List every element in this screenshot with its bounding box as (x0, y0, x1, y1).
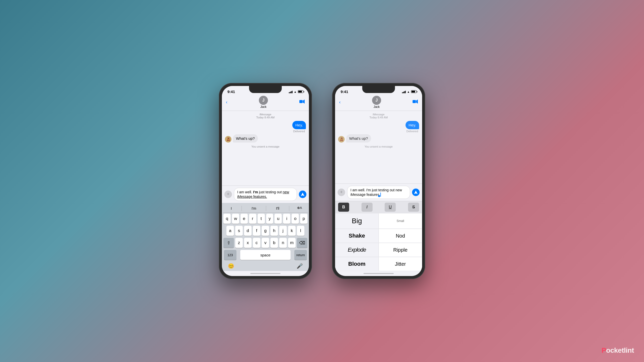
key-r[interactable]: r (249, 214, 256, 224)
watermark: Pocketlint (601, 346, 634, 354)
mic-button-left[interactable]: 🎤 (297, 263, 303, 269)
key-v[interactable]: v (262, 238, 269, 248)
chat-area-right: iMessage Today 8:49 AM Hey. Delivered 🧸 … (335, 111, 422, 184)
suggestion-ill[interactable]: I'll (274, 206, 281, 211)
key-b[interactable]: b (270, 238, 278, 248)
key-z[interactable]: z (235, 238, 243, 248)
effect-explode[interactable]: Explode (335, 243, 379, 257)
effect-nod[interactable]: Nod (379, 229, 422, 243)
key-n[interactable]: n (279, 238, 287, 248)
italic-button[interactable]: I (361, 203, 373, 212)
key-shift[interactable]: ⇧ (223, 238, 234, 248)
svg-marker-1 (303, 100, 305, 104)
unsent-label-left: You unsent a message (225, 145, 306, 148)
video-button-left[interactable] (299, 100, 305, 105)
key-w[interactable]: w (232, 214, 239, 224)
plus-button-left[interactable]: + (224, 191, 232, 198)
format-toggle[interactable]: ⊕A (297, 206, 302, 211)
key-s[interactable]: s (235, 226, 243, 236)
mini-avatar-left: 🧸 (225, 136, 231, 143)
battery-icon-left (298, 90, 303, 93)
key-l[interactable]: l (297, 226, 304, 236)
suggestion-im[interactable]: I'm (250, 206, 258, 211)
plus-button-right[interactable]: + (338, 189, 345, 196)
key-a[interactable]: a (226, 226, 234, 236)
emoji-button-left[interactable]: 😊 (228, 263, 234, 269)
effect-shake[interactable]: Shake (335, 229, 379, 243)
key-f[interactable]: f (253, 226, 260, 236)
key-p[interactable]: p (300, 214, 307, 224)
watermark-text: ocketlint (606, 346, 634, 354)
home-indicator-left (222, 271, 309, 276)
svg-marker-3 (416, 100, 418, 104)
suggestion-i[interactable]: I (229, 206, 234, 211)
avatar-right[interactable]: J (372, 96, 381, 105)
effect-jitter[interactable]: Jitter (379, 257, 422, 271)
back-button-left[interactable]: ‹ (226, 100, 227, 105)
key-c[interactable]: c (253, 238, 260, 248)
chat-header-left: ‹ J Jack (222, 95, 309, 111)
underline-button[interactable]: U (385, 203, 396, 212)
effect-big[interactable]: Big (335, 213, 379, 229)
send-button-left[interactable] (299, 191, 306, 198)
strikethrough-button[interactable]: S (408, 203, 419, 212)
unsent-label-right: You unsent a message (338, 145, 419, 148)
bold-button[interactable]: B (338, 203, 349, 212)
signal-icon-right (402, 90, 406, 93)
contact-name-right[interactable]: Jack (374, 105, 380, 109)
status-icons-right: ▲ (402, 90, 417, 93)
effects-grid-right: Big Small Shake Nod Explode Ripple Bloom… (335, 213, 422, 271)
key-d[interactable]: d (244, 226, 252, 236)
svg-rect-0 (299, 100, 303, 103)
key-m[interactable]: m (288, 238, 296, 248)
keyboard-left[interactable]: I I'm I'll ⊕A q w e r t y u i o (222, 203, 309, 271)
format-toolbar-right: B I U S (335, 201, 422, 213)
key-o[interactable]: o (292, 214, 299, 224)
key-return[interactable]: return (294, 250, 307, 260)
video-button-right[interactable] (413, 100, 418, 105)
key-space[interactable]: space (240, 250, 291, 260)
effect-small[interactable]: Small (379, 213, 422, 229)
svg-rect-2 (413, 100, 416, 103)
key-e[interactable]: e (240, 214, 248, 224)
key-i[interactable]: i (283, 214, 290, 224)
message-input-right[interactable]: I am well. I'm just testing out new iMes… (347, 186, 410, 199)
key-u[interactable]: u (274, 214, 282, 224)
message-input-left[interactable]: I am well. I'm just testing out new iMes… (234, 188, 297, 201)
key-k[interactable]: k (288, 226, 296, 236)
key-h[interactable]: h (270, 226, 278, 236)
status-icons-left: ▲ (289, 90, 303, 93)
key-t[interactable]: t (258, 214, 265, 224)
effect-ripple[interactable]: Ripple (379, 243, 422, 257)
key-delete[interactable]: ⌫ (297, 238, 307, 248)
wifi-icon-right: ▲ (407, 90, 410, 93)
send-button-right[interactable] (412, 189, 420, 196)
right-phone: 9:41 ▲ ‹ J Jack (332, 83, 425, 279)
key-g[interactable]: g (262, 226, 269, 236)
back-button-right[interactable]: ‹ (339, 100, 341, 105)
time-left: 9:41 (227, 89, 235, 94)
signal-icon-left (289, 90, 293, 93)
suggestions-bar-left: I I'm I'll ⊕A (223, 205, 308, 213)
delivered-label-left: Delivered (293, 130, 305, 133)
delivered-label-right: Delivered (407, 130, 418, 133)
time-right: 9:41 (341, 89, 348, 94)
avatar-left[interactable]: J (259, 96, 268, 105)
keyboard-bottom-left: 😊 🎤 (223, 261, 308, 270)
input-area-right: + I am well. I'm just testing out new iM… (335, 184, 422, 201)
key-y[interactable]: y (266, 214, 273, 224)
key-q[interactable]: q (223, 214, 231, 224)
phone-screen-right: 9:41 ▲ ‹ J Jack (335, 86, 422, 276)
header-center-right: J Jack (372, 96, 381, 109)
service-label-right: iMessage Today 8:49 AM (338, 113, 419, 119)
message-received-left: What's up? (233, 134, 258, 143)
chat-area-left: iMessage Today 8:49 AM Hey. Delivered 🧸 … (222, 111, 309, 186)
key-x[interactable]: x (244, 238, 252, 248)
key-j[interactable]: j (279, 226, 287, 236)
message-sent-right: Hey. (406, 121, 419, 129)
key-123[interactable]: 123 (224, 250, 236, 260)
effect-bloom[interactable]: Bloom (335, 257, 379, 271)
contact-name-left[interactable]: Jack (260, 105, 267, 109)
service-label-left: iMessage Today 8:49 AM (225, 113, 306, 119)
received-row-right: 🧸 What's up? (338, 134, 419, 143)
